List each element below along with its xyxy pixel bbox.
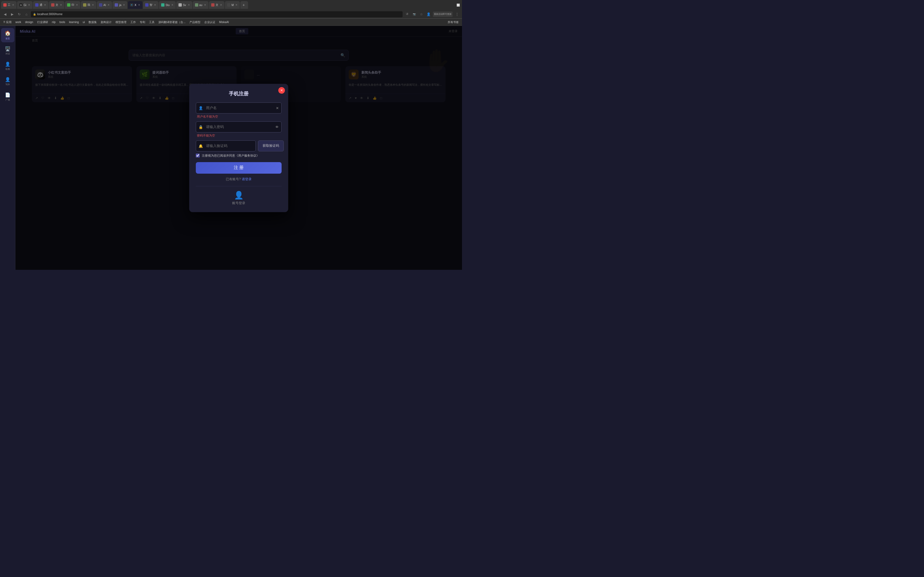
password-input[interactable] — [196, 121, 282, 132]
account-login-section: 👤 账号登录 — [196, 190, 282, 206]
tab-1[interactable]: 工 ✕ — [1, 1, 16, 9]
bookmark-miska[interactable]: MiskaAI — [218, 20, 231, 24]
verify-icon: 🔔 — [199, 144, 203, 148]
bookmark-model[interactable]: 模型推理 — [114, 20, 128, 25]
nav-home[interactable]: ⌂ — [24, 11, 29, 17]
chat-icon: 🖥️ — [5, 46, 10, 52]
tab-8[interactable]: ja ✕ — [113, 1, 127, 9]
tab-13[interactable]: au ✕ — [193, 1, 208, 9]
tab-7[interactable]: AI ✕ — [97, 1, 112, 9]
account-icon: 👤 — [234, 191, 244, 200]
bookmark-work[interactable]: work — [14, 20, 23, 24]
draw-icon: 👤 — [5, 61, 10, 67]
modal-title: 手机注册 — [196, 90, 282, 97]
bookmark-tools2[interactable]: 工具 — [147, 20, 156, 25]
plaza-icon: 📄 — [5, 92, 10, 98]
agreement-label: 注册视为您已阅读并同意《用户服务协议》 — [202, 153, 259, 158]
username-field: 👤 ✕ — [196, 103, 282, 113]
register-button[interactable]: 注 册 — [196, 162, 282, 174]
bookmark-all[interactable]: 所有书签 — [446, 20, 460, 25]
tab-9-active[interactable]: ✕ X ✕ — [128, 1, 142, 9]
sidebar-label-home: 首页 — [5, 37, 10, 40]
bookmark-design[interactable]: design — [23, 20, 35, 24]
verify-wrapper: 🔔 — [196, 140, 256, 152]
lock-icon: 🔒 — [199, 125, 203, 129]
sidebar: 🏠 首页 🖥️ 对话 👤 绘画 👤 写作 📄 广场 — [0, 26, 15, 270]
app-container: 🏠 首页 🖥️ 对话 👤 绘画 👤 写作 📄 广场 Miska AI 首页 未登… — [0, 26, 462, 270]
bookmark-learning[interactable]: learning — [67, 20, 81, 24]
modal-overlay: ✕ 手机注册 👤 ✕ 用户名不能为空 🔒 👁 密码 — [15, 26, 462, 270]
write-icon: 👤 — [5, 77, 10, 82]
sidebar-label-write: 写作 — [5, 83, 10, 86]
password-field: 🔒 👁 — [196, 121, 282, 132]
tab-14[interactable]: 文 ✕ — [209, 1, 225, 9]
lock-icon: 🔒 — [33, 13, 36, 16]
screenshot-btn[interactable]: 📷 — [411, 11, 417, 17]
login-link[interactable]: 请登录 — [242, 177, 252, 181]
address-bar-row: ◀ ▶ ↻ ⌂ 🔒 localhost:3000/home 译 📷 ☆ 👤 重新… — [0, 10, 462, 19]
sidebar-item-home[interactable]: 🏠 首页 — [1, 28, 14, 42]
tab-4[interactable]: 文 ✕ — [49, 1, 65, 9]
sidebar-label-draw: 绘画 — [5, 68, 10, 71]
bookmark-industry[interactable]: 行业调研 — [36, 20, 50, 25]
sidebar-label-chat: 对话 — [5, 52, 10, 55]
bookmark-work2[interactable]: 工作 — [129, 20, 137, 25]
agreement-row: 注册视为您已阅读并同意《用户服务协议》 — [196, 153, 282, 158]
update-btn[interactable]: 重新启动即可更新 — [433, 11, 453, 17]
translate-btn[interactable]: 译 — [404, 11, 410, 17]
bookmark-patent[interactable]: 专利 — [138, 20, 147, 25]
tab-6[interactable]: 我 ✕ — [81, 1, 96, 9]
bookmark-ui[interactable]: ui — [81, 20, 87, 24]
password-error: 密码不能为空 — [196, 134, 282, 138]
tab-new[interactable]: + — [240, 1, 248, 9]
sidebar-item-chat[interactable]: 🖥️ 对话 — [1, 44, 14, 58]
tab-10[interactable]: 智 ✕ — [143, 1, 158, 9]
verify-row: 🔔 获取验证码 — [196, 140, 282, 152]
user-icon: 👤 — [199, 106, 203, 110]
bookmark-tools[interactable]: tools — [58, 20, 67, 24]
nav-reload[interactable]: ↻ — [16, 11, 22, 17]
modal-divider — [196, 186, 282, 186]
tab-2[interactable]: G Gi ✕ — [17, 1, 32, 9]
bookmark-btn[interactable]: ☆ — [418, 11, 424, 17]
address-text: localhost:3000/home — [37, 13, 62, 16]
registration-modal: ✕ 手机注册 👤 ✕ 用户名不能为空 🔒 👁 密码 — [189, 84, 288, 212]
tab-12[interactable]: Sv ✕ — [176, 1, 192, 9]
login-prompt-text: 已有账号? — [226, 177, 241, 181]
bookmark-src[interactable]: 源码翻译部署篇（合... — [157, 20, 187, 25]
browser-minimize[interactable]: ⬜ — [456, 2, 461, 8]
sidebar-item-plaza[interactable]: 📄 广场 — [1, 90, 14, 104]
bookmark-apps[interactable]: ⠿ 应用 — [2, 20, 13, 25]
clear-icon[interactable]: ✕ — [276, 106, 279, 110]
get-verify-btn[interactable]: 获取验证码 — [258, 140, 284, 152]
bookmark-datasets[interactable]: 数据集 — [87, 20, 99, 25]
tab-5[interactable]: 印 ✕ — [65, 1, 80, 9]
bookmark-enterprise[interactable]: 企业认证 — [203, 20, 217, 25]
bookmark-nlp[interactable]: nlp — [50, 20, 57, 24]
account-login-label[interactable]: 账号登录 — [232, 201, 245, 206]
verify-input[interactable] — [196, 140, 256, 152]
username-input[interactable] — [196, 103, 282, 113]
home-icon: 🏠 — [5, 30, 11, 36]
bookmark-product[interactable]: 产品模型 — [188, 20, 202, 25]
tab-3[interactable]: 通 ✕ — [33, 1, 48, 9]
profile-btn[interactable]: 👤 — [426, 11, 431, 17]
sidebar-item-draw[interactable]: 👤 绘画 — [1, 59, 14, 73]
nav-back[interactable]: ◀ — [2, 11, 8, 17]
eye-icon[interactable]: 👁 — [275, 125, 279, 129]
login-link-row: 已有账号? 请登录 — [196, 177, 282, 182]
tab-15[interactable]: M ✕ — [225, 1, 240, 9]
agreement-checkbox[interactable] — [196, 153, 200, 158]
tab-11[interactable]: Stu ✕ — [159, 1, 176, 9]
tab-bar: 工 ✕ G Gi ✕ 通 ✕ 文 ✕ 印 ✕ 我 ✕ — [0, 0, 462, 10]
modal-close-button[interactable]: ✕ — [278, 87, 285, 94]
sidebar-item-write[interactable]: 👤 写作 — [1, 74, 14, 89]
browser-chrome: 工 ✕ G Gi ✕ 通 ✕ 文 ✕ 印 ✕ 我 ✕ — [0, 0, 462, 26]
bookmark-arch[interactable]: 架构设计 — [99, 20, 113, 25]
sidebar-label-plaza: 广场 — [5, 98, 10, 102]
main-content: Miska AI 首页 未登录 首页 ✋ 🔍 🐼 — [15, 26, 462, 270]
menu-btn[interactable]: ⋮ — [454, 11, 460, 17]
username-error: 用户名不能为空 — [196, 114, 282, 119]
address-bar[interactable]: 🔒 localhost:3000/home — [31, 11, 402, 17]
nav-forward[interactable]: ▶ — [9, 11, 15, 17]
